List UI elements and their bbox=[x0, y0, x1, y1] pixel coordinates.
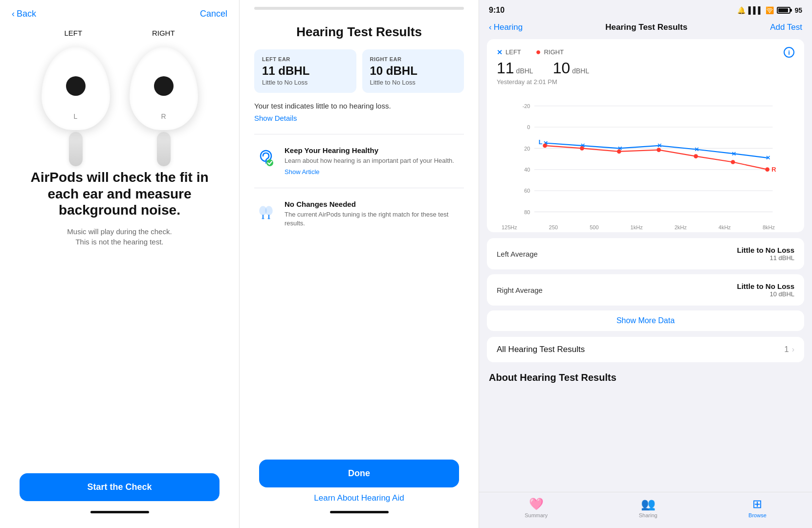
svg-text:L: L bbox=[539, 138, 543, 146]
right-average-row: Right Average Little to No Loss 10 dBHL bbox=[487, 274, 804, 306]
signal-icon: ▌▌▌ bbox=[748, 6, 763, 14]
all-results-right: 1 › bbox=[784, 345, 794, 354]
tab-browse-label: Browse bbox=[748, 512, 767, 518]
status-bar: 9:10 🔔 ▌▌▌ 🛜 95 bbox=[479, 0, 812, 19]
tip-ear-health-title: Keep Your Hearing Healthy bbox=[285, 146, 454, 154]
tab-browse[interactable]: ⊞ Browse bbox=[748, 497, 767, 518]
summary-card: ✕ LEFT ● RIGHT 11 dBHL bbox=[487, 39, 804, 232]
top-bar bbox=[254, 7, 464, 10]
tip-no-changes-body: The current AirPods tuning is the right … bbox=[285, 210, 464, 228]
about-title: About Hearing Test Results bbox=[487, 368, 804, 389]
ear-results-cards: LEFT EAR 11 dBHL Little to No Loss RIGHT… bbox=[254, 49, 464, 93]
audiogram-svg: -20 0 20 40 60 80 ✕ ✕ ✕ ✕ ✕ ✕ ✕ bbox=[497, 95, 794, 222]
left-ear-card-label: LEFT EAR bbox=[262, 56, 349, 62]
left-average-main: Little to No Loss bbox=[737, 246, 795, 254]
back-button[interactable]: ‹ Back bbox=[12, 9, 36, 19]
chart-label-8khz: 8kHz bbox=[763, 224, 775, 230]
info-button[interactable]: i bbox=[784, 47, 794, 58]
svg-text:R: R bbox=[771, 166, 776, 173]
left-ear-card-value: 11 dBHL bbox=[262, 64, 349, 78]
svg-point-7 bbox=[262, 218, 264, 219]
hearing-back-button[interactable]: ‹ Hearing bbox=[489, 22, 523, 32]
start-check-button[interactable]: Start the Check bbox=[20, 473, 219, 501]
all-results-label: All Hearing Test Results bbox=[497, 345, 585, 354]
tip-no-changes-title: No Changes Needed bbox=[285, 200, 464, 208]
chart-label-125hz: 125Hz bbox=[502, 224, 517, 230]
svg-text:60: 60 bbox=[524, 188, 530, 194]
sub-description: Music will play during the check.This is… bbox=[38, 226, 201, 247]
left-ear-num: 11 bbox=[497, 59, 514, 77]
all-results-count: 1 bbox=[784, 345, 789, 354]
svg-text:✕: ✕ bbox=[694, 146, 699, 153]
right-ear-card-desc: Little to No Loss bbox=[370, 79, 457, 86]
left-ear-card: LEFT EAR 11 dBHL Little to No Loss bbox=[254, 49, 356, 93]
right-average-label: Right Average bbox=[497, 286, 543, 294]
ear-health-icon bbox=[254, 146, 278, 170]
home-indicator bbox=[90, 511, 149, 513]
show-more-data-button[interactable]: Show More Data bbox=[487, 310, 804, 331]
chevron-right-icon: › bbox=[792, 345, 794, 354]
svg-point-8 bbox=[267, 218, 270, 219]
right-average-main: Little to No Loss bbox=[737, 282, 795, 290]
panel3-scrollable-content: ✕ LEFT ● RIGHT 11 dBHL bbox=[479, 39, 812, 492]
health-app-panel: 9:10 🔔 ▌▌▌ 🛜 95 ‹ Hearing Hearing Test R… bbox=[479, 0, 812, 528]
left-airpod: L bbox=[37, 47, 115, 145]
tab-summary[interactable]: 🩷 Summary bbox=[525, 497, 548, 518]
panel2-bottom-actions: Done Learn About Hearing Aid bbox=[240, 460, 479, 513]
divider-1 bbox=[254, 134, 464, 134]
sharing-icon: 👥 bbox=[641, 497, 656, 511]
right-ear-indicator-label: RIGHT bbox=[544, 48, 564, 56]
right-ear-num: 10 bbox=[553, 59, 571, 77]
all-hearing-results-row[interactable]: All Hearing Test Results 1 › bbox=[487, 337, 804, 362]
results-content: Hearing Test Results LEFT EAR 11 dBHL Li… bbox=[240, 15, 479, 528]
svg-text:✕: ✕ bbox=[731, 151, 736, 157]
svg-text:0: 0 bbox=[527, 124, 530, 130]
left-ear-card-desc: Little to No Loss bbox=[262, 79, 349, 86]
show-details-link[interactable]: Show Details bbox=[254, 114, 464, 122]
left-ear-indicator: ✕ LEFT bbox=[497, 47, 521, 57]
svg-point-32 bbox=[657, 148, 661, 152]
right-ear-unit: dBHL bbox=[572, 67, 589, 75]
chevron-left-icon-2: ‹ bbox=[489, 22, 492, 32]
chart-x-labels: 125Hz 250 500 1kHz 2kHz 4kHz 8kHz bbox=[497, 224, 794, 230]
right-average-sub: 10 dBHL bbox=[737, 290, 795, 298]
tab-sharing-label: Sharing bbox=[639, 512, 658, 518]
svg-text:✕: ✕ bbox=[766, 154, 770, 161]
svg-point-29 bbox=[543, 144, 547, 148]
add-test-button[interactable]: Add Test bbox=[770, 22, 802, 32]
status-icons: 🔔 ▌▌▌ 🛜 95 bbox=[737, 6, 802, 14]
status-time: 9:10 bbox=[489, 6, 505, 15]
learn-about-hearing-aid-link[interactable]: Learn About Hearing Aid bbox=[314, 493, 404, 503]
tab-bar: 🩷 Summary 👥 Sharing ⊞ Browse bbox=[479, 492, 812, 528]
svg-text:40: 40 bbox=[524, 167, 530, 173]
svg-point-34 bbox=[731, 160, 735, 164]
summary-date: Yesterday at 2:01 PM bbox=[497, 78, 784, 86]
left-average-sub: 11 dBHL bbox=[737, 254, 795, 262]
show-article-link[interactable]: Show Article bbox=[285, 168, 320, 176]
left-ear-summary-value: 11 dBHL bbox=[497, 59, 533, 77]
chart-label-500: 500 bbox=[590, 224, 598, 230]
done-button[interactable]: Done bbox=[259, 460, 459, 487]
tab-summary-label: Summary bbox=[525, 512, 548, 518]
chevron-left-icon: ‹ bbox=[12, 9, 15, 19]
right-airpod: R bbox=[125, 47, 203, 145]
battery-icon bbox=[777, 7, 790, 14]
back-label: Back bbox=[17, 9, 36, 19]
home-indicator-2 bbox=[330, 511, 389, 513]
airpods-image: L R bbox=[0, 42, 239, 154]
chart-label-2khz: 2kHz bbox=[675, 224, 687, 230]
left-average-row: Left Average Little to No Loss 11 dBHL bbox=[487, 238, 804, 269]
left-average-label: Left Average bbox=[497, 250, 538, 258]
tip-ear-health-body: Learn about how hearing is an important … bbox=[285, 156, 454, 165]
left-average-values: Little to No Loss 11 dBHL bbox=[737, 246, 795, 262]
chart-label-4khz: 4kHz bbox=[719, 224, 731, 230]
tab-sharing[interactable]: 👥 Sharing bbox=[639, 497, 658, 518]
cancel-button[interactable]: Cancel bbox=[200, 9, 227, 19]
left-ear-label: LEFT bbox=[64, 29, 82, 37]
hearing-test-results-panel: Hearing Test Results LEFT EAR 11 dBHL Li… bbox=[240, 0, 479, 528]
svg-text:-20: -20 bbox=[523, 103, 530, 109]
chart-label-1khz: 1kHz bbox=[631, 224, 643, 230]
right-ear-card: RIGHT EAR 10 dBHL Little to No Loss bbox=[362, 49, 464, 93]
battery-level: 95 bbox=[794, 6, 802, 14]
dot-marker-icon: ● bbox=[536, 47, 541, 57]
